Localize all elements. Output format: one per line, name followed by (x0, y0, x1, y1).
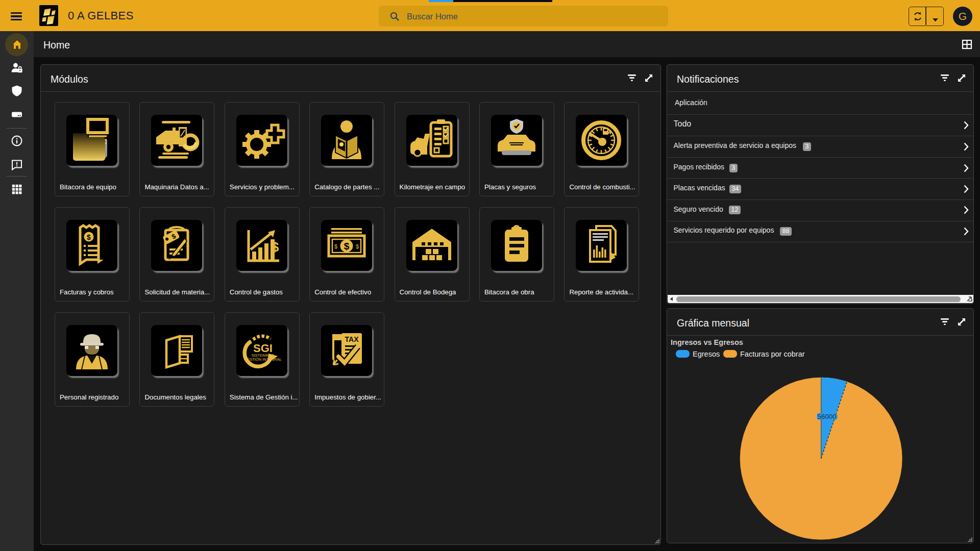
svg-text:TAX: TAX (345, 335, 359, 343)
svg-text:$: $ (356, 243, 359, 249)
svg-text:56000: 56000 (817, 413, 837, 420)
svg-text:$: $ (272, 239, 279, 255)
svg-text:GESTIÓN INTEGRAL: GESTIÓN INTEGRAL (244, 357, 281, 362)
svg-text:$: $ (87, 233, 91, 241)
svg-text:$: $ (334, 243, 337, 249)
svg-text:$: $ (344, 241, 350, 252)
